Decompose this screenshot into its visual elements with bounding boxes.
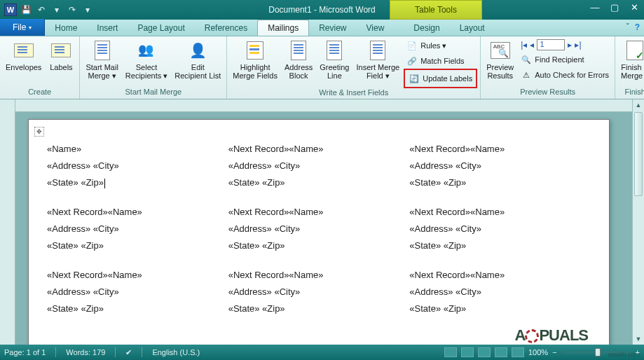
appuals-logo: APUALS	[515, 326, 588, 345]
find-icon: 🔍	[521, 54, 532, 65]
full-screen-view-button[interactable]	[461, 347, 474, 357]
file-tab[interactable]: File	[0, 19, 45, 36]
next-record-button[interactable]: ▸	[568, 40, 572, 50]
scroll-up-icon[interactable]: ▲	[633, 99, 644, 111]
quick-access-toolbar: W 💾 ↶ ▾ ↷ ▾	[0, 4, 94, 16]
address-block-button[interactable]: Address Block	[282, 38, 315, 81]
label-cell[interactable]: «Name» «Address» «City» «State» «Zip»	[47, 141, 228, 204]
status-words[interactable]: Words: 179	[66, 348, 105, 356]
close-button[interactable]: ✕	[624, 0, 644, 14]
labels-icon	[51, 43, 71, 57]
qat-redo-button[interactable]: ↷	[66, 4, 78, 16]
document-workspace: ✥ «Name» «Address» «City» «State» «Zip» …	[0, 99, 644, 345]
draft-view-button[interactable]	[512, 347, 524, 357]
start-mail-merge-button[interactable]: Start Mail Merge ▾	[83, 38, 121, 81]
view-tab[interactable]: View	[357, 20, 395, 36]
home-tab[interactable]: Home	[45, 20, 87, 36]
label-cell[interactable]: «Next Record»«Name» «Address» «City» «St…	[409, 204, 591, 267]
references-tab[interactable]: References	[195, 20, 257, 36]
minimize-button[interactable]: —	[585, 0, 605, 14]
find-recipient-button[interactable]: 🔍 Find Recipient	[518, 52, 612, 67]
qat-dropdown-icon[interactable]: ▾	[50, 4, 63, 16]
match-icon: 🔗	[406, 55, 418, 67]
scroll-thumb[interactable]	[634, 112, 643, 196]
status-page[interactable]: Page: 1 of 1	[4, 348, 46, 356]
zoom-level[interactable]: 100%	[528, 348, 548, 356]
page-layout-tab[interactable]: Page Layout	[128, 20, 194, 36]
preview-icon	[491, 42, 510, 59]
update-labels-button[interactable]: 🔄 Update Labels	[406, 71, 475, 86]
update-labels-highlight: 🔄 Update Labels	[404, 69, 477, 88]
finish-merge-button[interactable]: Finish & Merge ▾	[618, 38, 644, 81]
edit-recipient-list-button[interactable]: 👤 Edit Recipient List	[172, 38, 224, 81]
prev-record-button[interactable]: ◂	[530, 40, 534, 50]
auto-check-errors-button[interactable]: ⚠ Auto Check for Errors	[518, 67, 612, 83]
highlight-icon	[247, 41, 263, 60]
zoom-out-button[interactable]: −	[552, 348, 556, 356]
layout-tab[interactable]: Layout	[450, 20, 495, 36]
person-icon: 👤	[189, 42, 207, 59]
label-cell[interactable]: «Next Record»«Name» «Address» «City» «St…	[228, 141, 410, 204]
insert-merge-field-button[interactable]: Insert Merge Field ▾	[353, 38, 402, 81]
web-layout-view-button[interactable]	[478, 347, 491, 357]
outline-view-button[interactable]	[495, 347, 507, 357]
minimize-ribbon-icon[interactable]: ˇ	[626, 22, 629, 32]
horizontal-ruler[interactable]	[15, 99, 632, 112]
insert-field-icon	[370, 41, 385, 60]
check-icon: ⚠	[521, 69, 532, 81]
document-page[interactable]: ✥ «Name» «Address» «City» «State» «Zip» …	[28, 119, 610, 345]
greeting-icon	[327, 41, 342, 60]
envelopes-button[interactable]: Envelopes	[3, 38, 44, 73]
highlight-merge-fields-button[interactable]: Highlight Merge Fields	[230, 38, 280, 81]
group-start-mail-merge: Start Mail Merge ▾ Select Recipients ▾ 👤…	[80, 36, 227, 99]
group-label-create: Create	[3, 88, 76, 99]
gear-icon	[525, 329, 539, 343]
label-cell[interactable]: «Next Record»«Name» «Address» «City» «St…	[409, 141, 591, 204]
rules-button[interactable]: 📄 Rules ▾	[404, 38, 477, 53]
status-bar: Page: 1 of 1 Words: 179 ✔ English (U.S.)…	[0, 345, 644, 360]
vertical-ruler[interactable]	[0, 99, 15, 345]
table-row: «Next Record»«Name» «Address» «City» «St…	[47, 204, 591, 267]
zoom-slider-thumb[interactable]	[595, 348, 601, 356]
label-cell[interactable]: «Next Record»«Name» «Address» «City» «St…	[228, 204, 410, 267]
first-record-button[interactable]: |◂	[521, 40, 527, 50]
print-layout-view-button[interactable]	[444, 347, 457, 357]
labels-table: «Name» «Address» «City» «State» «Zip» «N…	[47, 141, 591, 330]
group-create: Envelopes Labels Create	[0, 36, 80, 99]
proofing-icon[interactable]: ✔	[125, 348, 132, 357]
group-write-insert-fields: Highlight Merge Fields Address Block Gre…	[227, 36, 481, 99]
start-merge-icon	[95, 41, 110, 60]
address-icon	[291, 41, 306, 60]
label-cell[interactable]: «Next Record»«Name» «Address» «City» «St…	[47, 204, 228, 267]
qat-customize-icon[interactable]: ▾	[81, 4, 94, 16]
greeting-line-button[interactable]: Greeting Line	[317, 38, 352, 81]
help-icon[interactable]: ?	[635, 22, 640, 32]
table-move-handle-icon[interactable]: ✥	[34, 127, 44, 137]
finish-icon	[626, 41, 643, 60]
select-recipients-button[interactable]: Select Recipients ▾	[123, 38, 170, 81]
word-app-icon[interactable]: W	[4, 4, 17, 16]
last-record-button[interactable]: ▸|	[575, 40, 581, 50]
labels-button[interactable]: Labels	[46, 38, 76, 73]
insert-tab[interactable]: Insert	[87, 20, 128, 36]
preview-results-button[interactable]: Preview Results	[484, 38, 516, 81]
label-cell[interactable]: «Next Record»«Name» «Address» «City» «St…	[47, 267, 228, 330]
table-row: «Next Record»«Name» «Address» «City» «St…	[47, 267, 591, 330]
qat-save-button[interactable]: 💾	[20, 4, 32, 16]
status-language[interactable]: English (U.S.)	[152, 348, 200, 356]
review-tab[interactable]: Review	[309, 20, 356, 36]
scroll-down-icon[interactable]: ▼	[633, 333, 644, 345]
label-cell[interactable]: «Next Record»«Name» «Address» «City» «St…	[228, 267, 410, 330]
group-label-finish: Finish	[618, 88, 644, 99]
record-number-input[interactable]: 1	[537, 39, 565, 50]
window-title: Document1 - Microsoft Word	[268, 5, 376, 15]
match-fields-button[interactable]: 🔗 Match Fields	[404, 53, 477, 69]
label-cell[interactable]: «Next Record»«Name» «Address» «City» «St…	[409, 267, 591, 330]
rules-icon: 📄	[406, 40, 418, 51]
design-tab[interactable]: Design	[404, 20, 449, 36]
vertical-scrollbar[interactable]: ▲ ▼	[632, 99, 644, 345]
qat-undo-button[interactable]: ↶	[35, 4, 48, 16]
watermark-text: wsxdn.com	[608, 351, 640, 358]
mailings-tab[interactable]: Mailings	[257, 20, 309, 36]
maximize-button[interactable]: ▢	[605, 0, 624, 14]
